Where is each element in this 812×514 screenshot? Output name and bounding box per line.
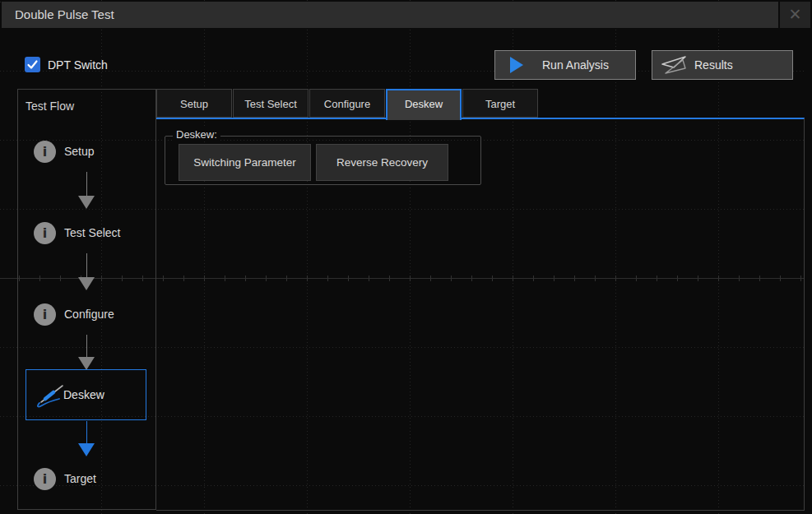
info-icon: i [34, 141, 56, 163]
deskew-group-label: Deskew: [173, 128, 220, 141]
dpt-switch-label: DPT Switch [48, 58, 108, 72]
run-analysis-button[interactable]: Run Analysis [494, 50, 636, 80]
down-arrow-blue [77, 421, 95, 456]
dialog-title: Double Pulse Test [15, 2, 114, 28]
flow-step-deskew-active[interactable]: Deskew [26, 369, 146, 420]
tab-bar: Setup Test Select Configure Deskew Targe… [156, 89, 539, 120]
play-icon [509, 57, 523, 73]
down-arrow [77, 253, 95, 290]
down-arrow [77, 172, 95, 209]
info-icon: i [34, 468, 56, 490]
tab-test-select[interactable]: Test Select [233, 89, 309, 118]
close-button[interactable]: ✕ [778, 2, 810, 28]
dpt-switch-row: DPT Switch [25, 57, 108, 72]
dpt-switch-checkbox[interactable] [25, 57, 40, 72]
switching-parameter-button[interactable]: Switching Parameter [179, 144, 311, 181]
test-flow-title: Test Flow [26, 100, 74, 113]
flow-step-test-select[interactable]: i Test Select [18, 221, 155, 244]
deskew-tab-panel: Deskew: Switching Parameter Reverse Reco… [156, 118, 805, 511]
tab-configure[interactable]: Configure [309, 89, 385, 118]
info-icon: i [34, 222, 56, 244]
flow-step-setup[interactable]: i Setup [18, 140, 155, 163]
waveform-cursor-icon [661, 54, 689, 76]
flow-step-label: Configure [64, 308, 114, 321]
dialog-titlebar: Double Pulse Test [2, 2, 810, 28]
tab-setup[interactable]: Setup [156, 89, 232, 118]
results-button[interactable]: Results [652, 50, 793, 80]
test-flow-panel: Test Flow i Setup i Test Select i Config… [17, 89, 156, 510]
flow-step-configure[interactable]: i Configure [18, 303, 155, 326]
close-x-icon: ✕ [789, 6, 802, 23]
info-icon: i [34, 303, 56, 326]
flow-step-target[interactable]: i Target [18, 467, 155, 490]
reverse-recovery-button[interactable]: Reverse Recovery [316, 144, 448, 181]
down-arrow [77, 335, 95, 370]
flow-step-label: Target [64, 472, 96, 485]
results-label: Results [694, 58, 733, 72]
run-analysis-label: Run Analysis [542, 58, 609, 72]
probe-icon [36, 381, 66, 409]
flow-step-label: Test Select [64, 226, 120, 239]
deskew-group-box: Deskew: Switching Parameter Reverse Reco… [165, 136, 481, 185]
checkmark-icon [26, 58, 39, 71]
flow-step-label: Deskew [63, 388, 104, 401]
flow-step-label: Setup [64, 145, 95, 158]
tab-deskew[interactable]: Deskew [386, 89, 462, 120]
tab-target[interactable]: Target [462, 89, 538, 118]
